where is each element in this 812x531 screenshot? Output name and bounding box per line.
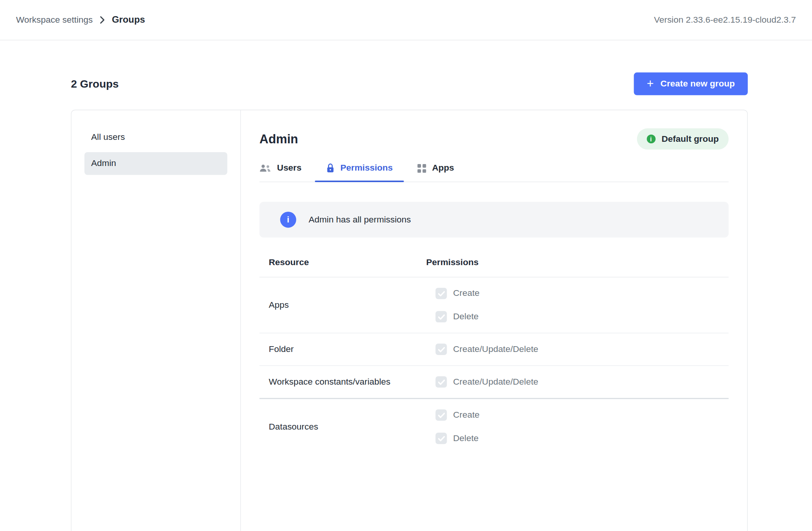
header-resource: Resource [269,257,426,267]
breadcrumb-workspace-settings[interactable]: Workspace settings [16,15,93,25]
permissions-table: Resource Permissions Apps Create [260,250,729,455]
resource-label: Folder [269,344,426,355]
tab-apps[interactable]: Apps [418,163,454,181]
lock-icon [326,163,335,173]
sidebar-item-admin[interactable]: Admin [85,152,228,175]
permission-list: Create Delete [426,288,479,322]
permission-label: Create [453,288,480,299]
create-new-group-label: Create new group [661,79,735,89]
main-content: 2 Groups + Create new group All users Ad… [0,73,748,531]
table-row-apps: Apps Create [260,277,729,333]
group-detail-panel: Admin i Default group [241,110,747,531]
permission-list: Create/Update/Delete [426,343,538,355]
page: Workspace settings Groups Version 2.33.6… [0,0,812,531]
breadcrumb: Workspace settings Groups [16,15,145,25]
group-title: Admin [260,132,298,146]
permission-label: Create/Update/Delete [453,377,538,387]
groups-card: All users Admin Admin i Default group [71,110,748,531]
table-row-folder: Folder Create/Update/Delete [260,333,729,366]
permission-label: Create/Update/Delete [453,344,538,355]
permission-list: Create Delete [426,409,479,444]
permission-checkbox-checked-disabled [436,376,447,388]
permission-checkbox-checked-disabled [436,409,447,421]
permission-item: Create [426,288,479,299]
groups-sidebar: All users Admin [72,110,241,531]
permission-label: Delete [453,312,479,322]
permission-item: Create/Update/Delete [426,343,538,355]
tab-users[interactable]: Users [260,163,301,181]
permission-item: Create [426,409,479,421]
default-group-label: Default group [662,134,719,144]
header-permissions: Permissions [426,257,478,267]
plus-icon: + [647,77,654,89]
permission-checkbox-checked-disabled [436,343,447,355]
permissions-info-banner: i Admin has all permissions [260,202,729,237]
group-tabs: Users Permissions [260,163,729,182]
tab-users-label: Users [277,163,302,173]
permission-checkbox-checked-disabled [436,311,447,322]
tab-permissions-label: Permissions [340,163,393,173]
groups-count-heading: 2 Groups [71,78,119,90]
top-bar: Workspace settings Groups Version 2.33.6… [0,0,812,40]
permission-list: Create/Update/Delete [426,376,538,388]
resource-label: Apps [269,300,426,310]
sidebar-item-all-users[interactable]: All users [85,126,228,148]
default-group-badge: i Default group [637,128,729,149]
resource-label: Datasources [269,421,426,432]
banner-text: Admin has all permissions [309,214,411,225]
permission-label: Create [453,410,480,420]
info-green-icon: i [647,134,656,143]
resource-label: Workspace constants/variables [269,377,426,387]
table-row-datasources: Datasources Create [260,399,729,454]
apps-grid-icon [418,164,426,173]
tab-apps-label: Apps [432,163,454,173]
info-blue-icon: i [280,212,296,228]
create-new-group-button[interactable]: + Create new group [634,73,748,95]
permission-item: Delete [426,433,479,444]
version-text: Version 2.33.6-ee2.15.19-cloud2.3.7 [654,15,796,25]
permission-label: Delete [453,433,479,443]
permission-item: Create/Update/Delete [426,376,538,388]
groups-toolbar: 2 Groups + Create new group [71,73,748,95]
permission-item: Delete [426,311,479,322]
group-header: Admin i Default group [260,128,729,149]
permission-checkbox-checked-disabled [436,433,447,444]
breadcrumb-current-groups: Groups [112,15,145,25]
permission-checkbox-checked-disabled [436,288,447,299]
table-row-workspace-constants: Workspace constants/variables Create/Upd… [260,366,729,399]
tab-permissions[interactable]: Permissions [326,163,393,181]
users-icon [260,164,271,173]
table-header-row: Resource Permissions [260,250,729,277]
chevron-right-icon [100,15,105,24]
